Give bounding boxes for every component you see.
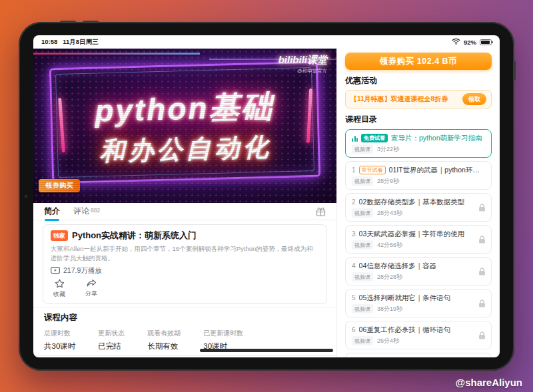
tab-intro[interactable]: 简介 <box>44 206 60 217</box>
lesson-type-badge: 视频课 <box>352 272 373 282</box>
comments-count: 882 <box>91 207 100 214</box>
lock-icon <box>478 203 486 212</box>
lesson-type-badge: 视频课 <box>352 176 373 186</box>
tablet-device: 10:58 11月8日周三 92% <box>19 22 514 371</box>
power-button <box>513 61 516 81</box>
sidebar: 领券购买 102.4 B币 优惠活动 【11月特惠】双通道课程全8折券 领取 课… <box>336 49 500 357</box>
course-description: 大家和Allen一起从新手开始，用四个章节，16个案例解锁各种学习Python的… <box>51 244 319 263</box>
section-title: 课程内容 <box>44 312 326 323</box>
star-icon <box>55 279 65 290</box>
lesson-number: 6 <box>352 326 356 333</box>
trial-badge: 章节试看 <box>359 166 386 174</box>
catalog-item[interactable]: 7 07停止循环姿势多｜break_continue <box>345 353 492 357</box>
course-content-section: 课程内容 总课时数 共30课时 更新状态 已完结 观看有效期 长期有效 <box>33 307 336 355</box>
lesson-duration: 28分28秒 <box>377 273 402 282</box>
bilibili-classroom-logo: bilibili课堂 @和学堂官方 <box>278 54 327 75</box>
tab-bar: 简介 评论882 <box>33 203 336 220</box>
lesson-number: 5 <box>352 294 356 301</box>
lesson-title: 02数据存储类型多｜基本数据类型 <box>359 198 464 207</box>
play-count: 217.9万播放 <box>63 266 102 276</box>
main-content: python基础 和办公自动化 bilibili课堂 @和学堂官方 领券购买 简… <box>33 49 336 357</box>
stat-validity: 观看有效期 长期有效 <box>147 329 181 351</box>
catalog-section-title: 课程目录 <box>345 114 492 125</box>
lesson-number: 3 <box>352 230 356 238</box>
course-info-card: 独家 Python实战精讲：萌新系统入门 大家和Allen一起从新手开始，用四个… <box>43 224 327 304</box>
home-indicator[interactable] <box>200 349 333 352</box>
watermark: @shareAliyun <box>456 377 523 388</box>
volume-up-button <box>60 21 76 23</box>
front-camera <box>24 194 28 198</box>
catalog-item[interactable]: 5 05选择判断就用它｜条件语句 视频课 38分19秒 <box>345 289 492 317</box>
lesson-duration: 38分19秒 <box>377 305 402 313</box>
lesson-title: 03天赋武器必掌握｜字符串的使用 <box>359 230 464 239</box>
lock-icon <box>478 299 486 307</box>
banner-title-line1: python基础 <box>94 86 274 132</box>
lesson-number: 1 <box>352 166 356 174</box>
catalog-item-preview[interactable]: 免费试看 宣导片：python萌新学习指南 视频课 3分22秒 <box>345 129 492 158</box>
catalog-item[interactable]: 1 章节试看 01IT世界的武器｜python环境搭建_第一个 视频课 28分9… <box>345 161 492 190</box>
lesson-type-badge: 视频课 <box>352 240 373 250</box>
lock-icon <box>478 267 486 276</box>
lesson-title: 04信息存储选择多｜容器 <box>359 262 436 271</box>
lesson-duration: 42分56秒 <box>377 241 402 250</box>
lesson-duration: 28分9秒 <box>377 177 399 186</box>
claim-coupon-button[interactable]: 领取 <box>462 93 486 105</box>
exclusive-badge: 独家 <box>51 230 68 241</box>
lesson-title: 01IT世界的武器｜python环境搭建_第一个 <box>389 166 485 175</box>
wifi-icon <box>452 38 460 46</box>
lesson-duration: 26分4秒 <box>377 337 399 345</box>
lesson-number: 4 <box>352 262 356 270</box>
lesson-title: 07停止循环姿势多｜break_continue <box>359 357 470 358</box>
lesson-duration: 28分43秒 <box>377 209 402 218</box>
lock-icon <box>478 235 486 244</box>
promo-section-title: 优惠活动 <box>345 75 492 87</box>
tablet-screen: 10:58 11月8日周三 92% <box>33 35 500 357</box>
catalog-item[interactable]: 4 04信息存储选择多｜容器 视频课 28分28秒 <box>345 257 492 286</box>
free-trial-badge: 免费试看 <box>361 134 388 142</box>
play-count-icon <box>51 266 60 276</box>
status-date: 11月8日周三 <box>63 38 98 47</box>
battery-icon <box>480 39 492 45</box>
playing-bars-icon <box>352 135 358 142</box>
tab-comments[interactable]: 评论882 <box>73 206 100 217</box>
stat-total-lessons: 总课时数 共30课时 <box>44 329 75 351</box>
volume-down-button <box>83 21 99 23</box>
status-bar: 10:58 11月8日周三 92% <box>33 35 500 49</box>
status-time: 10:58 <box>41 38 57 47</box>
stat-update-status: 更新状态 已完结 <box>98 329 125 351</box>
share-button[interactable]: 分享 <box>85 279 97 299</box>
lesson-type-badge: 视频课 <box>352 208 373 218</box>
coupon-text: 【11月特惠】双通道课程全8折券 <box>350 95 458 104</box>
lesson-duration: 3分22秒 <box>377 145 399 154</box>
lock-icon <box>478 331 486 339</box>
course-banner: python基础 和办公自动化 bilibili课堂 @和学堂官方 领券购买 <box>33 49 336 203</box>
catalog-item[interactable]: 6 06重复工作必杀技｜循环语句 视频课 26分4秒 <box>345 321 492 349</box>
coupon-row: 【11月特惠】双通道课程全8折券 领取 <box>345 90 492 108</box>
banner-title-line2: 和办公自动化 <box>99 130 272 168</box>
coupon-buy-pendant[interactable]: 领券购买 <box>39 179 80 192</box>
lesson-title: 宣导片：python萌新学习指南 <box>391 134 482 143</box>
publisher-section-title: 发布者 <box>33 355 336 357</box>
stat-updated-lessons: 已更新课时数 30课时 <box>203 329 243 351</box>
lesson-number: 2 <box>352 198 356 206</box>
lesson-title: 05选择判断就用它｜条件语句 <box>359 294 450 303</box>
battery-percent: 92% <box>464 39 476 46</box>
lesson-type-badge: 视频课 <box>352 336 373 345</box>
lesson-type-badge: 视频课 <box>352 144 373 154</box>
course-title: Python实战精讲：萌新系统入门 <box>72 230 197 242</box>
collect-button[interactable]: 收藏 <box>53 279 65 299</box>
catalog-item[interactable]: 3 03天赋武器必掌握｜字符串的使用 视频课 42分56秒 <box>345 225 492 254</box>
buy-with-coupon-button[interactable]: 领券购买 102.4 B币 <box>345 53 492 70</box>
lesson-title: 06重复工作必杀技｜循环语句 <box>359 325 450 335</box>
gift-icon[interactable] <box>316 207 326 216</box>
catalog-item[interactable]: 2 02数据存储类型多｜基本数据类型 视频课 28分43秒 <box>345 193 492 222</box>
share-icon <box>87 279 97 289</box>
lesson-type-badge: 视频课 <box>352 304 373 313</box>
